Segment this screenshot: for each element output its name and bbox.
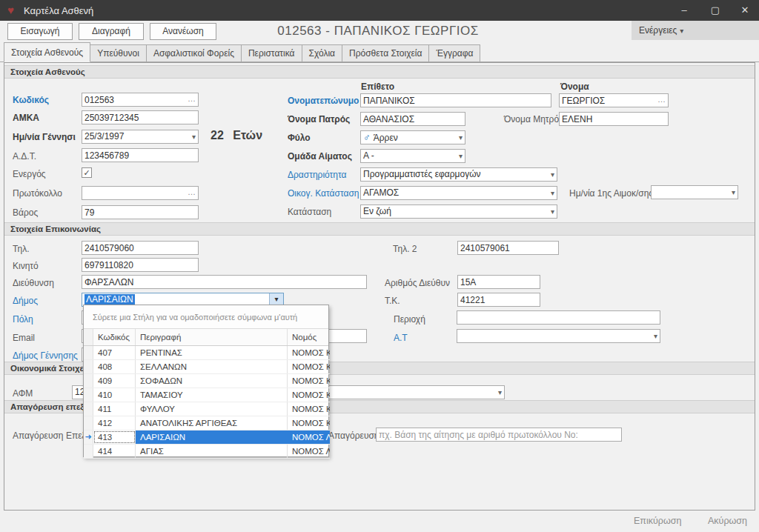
grid-row[interactable]: 410 ΤΑΜΑΣΙΟΥ ΝΟΜΟΣ ΚΑ	[84, 388, 330, 402]
insert-button[interactable]: Εισαγωγή	[7, 23, 73, 40]
cell-desc[interactable]: ΑΓΙΑΣ	[136, 445, 288, 458]
tab-insurance[interactable]: Ασφαλιστικοί Φορείς	[146, 44, 242, 61]
cancel-button[interactable]: Ακύρωση	[708, 516, 747, 526]
address-number-input[interactable]	[458, 276, 540, 288]
protocol-input[interactable]	[82, 187, 198, 199]
life-status-combobox[interactable]: Εν ζωή ▾	[360, 205, 557, 219]
close-button[interactable]: ✕	[731, 0, 759, 21]
chevron-down-icon[interactable]: ▾	[654, 330, 657, 342]
grid-row-selected[interactable]: ➜ 413 ΛΑΡΙΣΑΙΩΝ ΝΟΜΟΣ ΛΑ	[84, 430, 330, 445]
refresh-button[interactable]: Ανανέωση	[150, 23, 216, 40]
mother-name-input[interactable]	[560, 113, 668, 125]
tab-patient-details[interactable]: Στοιχεία Ασθενούς	[4, 42, 90, 62]
tab-comments[interactable]: Σχόλια	[302, 44, 342, 61]
cell-code[interactable]: 411	[93, 402, 136, 416]
adt-input[interactable]	[82, 149, 198, 162]
birthdate-combobox[interactable]: 25/3/1997 ▾	[82, 130, 199, 144]
chevron-down-icon[interactable]: ▾	[551, 205, 554, 218]
cell-code[interactable]: 414	[93, 445, 136, 458]
chevron-down-icon[interactable]: ▾	[192, 130, 196, 143]
grid-row[interactable]: 414 ΑΓΙΑΣ ΝΟΜΟΣ ΛΑ	[84, 445, 330, 459]
marital-status-combobox[interactable]: ΑΓΑΜΟΣ ▾	[360, 186, 557, 200]
grid-row[interactable]: 411 ΦΥΛΛΟΥ ΝΟΜΟΣ ΚΑ	[84, 402, 330, 416]
cell-desc[interactable]: ΣΟΦΑΔΩΝ	[136, 374, 288, 388]
grid-row[interactable]: 408 ΣΕΛΛΑΝΩΝ ΝΟΜΟΣ ΚΑ	[84, 360, 330, 374]
cell-desc[interactable]: ΑΝΑΤΟΛΙΚΗΣ ΑΡΓΙΘΕΑΣ	[136, 416, 288, 430]
cell-desc[interactable]: ΤΑΜΑΣΙΟΥ	[136, 388, 288, 402]
chevron-down-icon[interactable]: ▾	[732, 186, 735, 199]
tab-incidents[interactable]: Περιστατικά	[241, 44, 302, 61]
kodikos-field[interactable]: …	[82, 93, 199, 107]
actions-menu-button[interactable]: Ενέργειες▾	[632, 21, 759, 40]
cell-code[interactable]: 412	[93, 416, 136, 430]
phone-input[interactable]	[82, 242, 198, 254]
grid-row[interactable]: 407 ΡΕΝΤΙΝΑΣ ΝΟΜΟΣ ΚΑ	[84, 346, 330, 360]
cell-code[interactable]: 408	[93, 360, 136, 373]
chevron-down-icon[interactable]: ▾	[551, 187, 554, 199]
cell-desc[interactable]: ΛΑΡΙΣΑΙΩΝ	[136, 430, 288, 444]
cell-desc[interactable]: ΦΥΛΛΟΥ	[136, 402, 288, 416]
at-combobox[interactable]: ▾	[457, 329, 660, 343]
cell-district[interactable]: ΝΟΜΟΣ ΛΑ	[288, 430, 330, 444]
phone2-field[interactable]	[457, 241, 559, 255]
active-checkbox[interactable]: ✓	[82, 167, 92, 178]
activity-combobox[interactable]: Προγραμματιστές εφαρμογών ▾	[360, 167, 557, 182]
kodikos-ellipsis-button[interactable]: …	[188, 94, 196, 103]
grid-header-desc[interactable]: Περιγραφή	[136, 329, 288, 345]
restriction-reason-input[interactable]	[377, 428, 621, 441]
cell-code[interactable]: 410	[93, 388, 136, 402]
blood-group-combobox[interactable]: Α - ▾	[360, 149, 465, 163]
mobile-field[interactable]	[82, 258, 199, 272]
chevron-down-icon[interactable]: ▾	[459, 131, 463, 144]
cell-desc[interactable]: ΡΕΝΤΙΝΑΣ	[136, 346, 288, 359]
kodikos-input[interactable]	[82, 93, 198, 106]
postal-code-input[interactable]	[458, 293, 540, 306]
name-field[interactable]: …	[559, 93, 669, 107]
address-input[interactable]	[82, 276, 366, 288]
cell-district[interactable]: ΝΟΜΟΣ ΚΑ	[288, 346, 330, 359]
name-input[interactable]	[560, 94, 668, 107]
area-input[interactable]	[457, 311, 660, 324]
father-name-field[interactable]	[360, 112, 465, 126]
cell-desc[interactable]: ΣΕΛΛΑΝΩΝ	[136, 360, 288, 373]
cell-district[interactable]: ΝΟΜΟΣ ΚΑ	[288, 402, 330, 416]
maximize-button[interactable]: ▢	[700, 0, 731, 21]
adt-field[interactable]	[82, 148, 199, 162]
phone2-input[interactable]	[458, 242, 558, 254]
mobile-input[interactable]	[82, 259, 198, 271]
tab-documents[interactable]: Έγγραφα	[428, 44, 480, 61]
restriction-reason-field[interactable]	[376, 428, 622, 442]
postal-code-field[interactable]	[457, 293, 540, 307]
cell-district[interactable]: ΝΟΜΟΣ ΚΑ	[288, 416, 330, 430]
name-ellipsis-button[interactable]: …	[657, 95, 666, 104]
amka-field[interactable]	[82, 110, 199, 124]
address-field[interactable]	[82, 275, 367, 289]
surname-field[interactable]	[360, 93, 551, 107]
gender-combobox[interactable]: ♂Άρρεν ▾	[360, 130, 465, 144]
phone-field[interactable]	[82, 241, 199, 255]
delete-button[interactable]: Διαγραφή	[79, 23, 144, 40]
address-number-field[interactable]	[457, 275, 540, 289]
first-dialysis-combobox[interactable]: ▾	[651, 185, 738, 199]
surname-input[interactable]	[361, 94, 551, 107]
amka-input[interactable]	[82, 111, 198, 124]
chevron-down-icon[interactable]: ▾	[498, 386, 502, 399]
weight-input[interactable]	[82, 206, 198, 219]
cell-code[interactable]: 409	[93, 374, 136, 388]
minimize-button[interactable]: –	[669, 0, 700, 21]
area-field[interactable]	[457, 310, 660, 325]
cell-district[interactable]: ΝΟΜΟΣ ΚΑ	[288, 388, 330, 402]
protocol-field[interactable]: …	[82, 186, 199, 200]
tab-extra-details[interactable]: Πρόσθετα Στοιχεία	[342, 44, 429, 61]
protocol-ellipsis-button[interactable]: …	[188, 187, 196, 196]
grid-header-code[interactable]: Κωδικός	[93, 329, 136, 345]
cell-district[interactable]: ΝΟΜΟΣ ΚΑ	[288, 360, 330, 373]
cell-district[interactable]: ΝΟΜΟΣ ΛΑ	[288, 445, 330, 458]
grid-header-district[interactable]: Νομός	[288, 329, 330, 345]
grid-row[interactable]: 409 ΣΟΦΑΔΩΝ ΝΟΜΟΣ ΚΑ	[84, 374, 330, 388]
chevron-down-icon[interactable]: ▾	[551, 168, 554, 181]
weight-field[interactable]	[82, 205, 199, 219]
cell-code[interactable]: 413	[93, 430, 136, 444]
cell-code[interactable]: 407	[93, 346, 136, 359]
tab-guardians[interactable]: Υπεύθυνοι	[90, 44, 147, 61]
